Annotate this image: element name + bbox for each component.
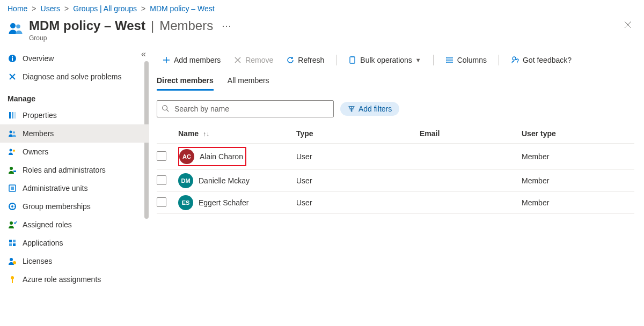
- add-filters-button[interactable]: Add filters: [340, 102, 399, 116]
- page-title-section: Members: [159, 18, 213, 33]
- breadcrumb-home[interactable]: Home: [8, 4, 27, 13]
- sidebar-item-label: Administrative units: [23, 184, 87, 192]
- svg-rect-6: [12, 112, 13, 118]
- member-name[interactable]: Alain Charon: [200, 152, 243, 161]
- svg-rect-5: [9, 112, 11, 118]
- svg-rect-15: [11, 187, 14, 190]
- search-box[interactable]: [157, 100, 334, 117]
- columns-button[interactable]: Columns: [440, 54, 492, 66]
- member-email: [420, 192, 522, 214]
- feedback-button[interactable]: Got feedback?: [506, 54, 577, 66]
- breadcrumb-current[interactable]: MDM policy – West: [150, 4, 214, 13]
- svg-rect-26: [12, 279, 13, 283]
- breadcrumb: Home > Users > Groups | All groups > MDM…: [0, 0, 644, 15]
- remove-button[interactable]: Remove: [228, 54, 279, 66]
- info-icon: [8, 54, 17, 63]
- group-icon: [8, 18, 24, 38]
- breadcrumb-users[interactable]: Users: [41, 4, 61, 13]
- sidebar-item-label: Roles and administrators: [23, 166, 106, 174]
- member-email: [420, 170, 522, 192]
- sidebar-item-overview[interactable]: Overview: [0, 49, 149, 68]
- member-type: User: [296, 170, 420, 192]
- svg-rect-7: [14, 112, 16, 118]
- sidebar-item-members[interactable]: Members: [0, 124, 149, 143]
- svg-point-11: [13, 150, 15, 152]
- tabs: Direct members All members: [157, 72, 634, 91]
- avatar: ES: [178, 195, 193, 210]
- roles-icon: [8, 165, 17, 175]
- sidebar-item-roles-admins[interactable]: Roles and administrators: [0, 161, 149, 179]
- table-row[interactable]: DMDanielle MckayUserMember: [157, 170, 634, 192]
- assigned-roles-icon: [8, 220, 17, 229]
- svg-rect-4: [12, 56, 13, 57]
- owners-icon: [8, 147, 17, 157]
- sidebar-item-assigned-roles[interactable]: Assigned roles: [0, 216, 149, 234]
- breadcrumb-sep: >: [32, 4, 36, 13]
- column-header-usertype[interactable]: User type: [522, 124, 634, 144]
- svg-rect-19: [9, 240, 12, 242]
- diagnose-icon: [8, 72, 17, 82]
- svg-point-18: [10, 221, 13, 225]
- sidebar-item-label: Owners: [23, 147, 48, 156]
- avatar: DM: [178, 173, 193, 188]
- table-row[interactable]: ACAlain CharonUserMember: [157, 144, 634, 170]
- add-filters-label: Add filters: [358, 105, 392, 113]
- bulk-operations-button[interactable]: Bulk operations ▼: [343, 54, 426, 66]
- group-memberships-icon: [8, 202, 17, 211]
- page-subtitle: Group: [29, 34, 231, 42]
- row-checkbox[interactable]: [157, 151, 166, 161]
- page-title-sep: |: [151, 18, 154, 33]
- svg-point-9: [13, 131, 15, 134]
- search-input[interactable]: [173, 104, 329, 114]
- svg-point-31: [513, 57, 516, 60]
- sidebar-item-label: Applications: [23, 239, 63, 247]
- azure-roles-icon: [8, 275, 17, 284]
- sidebar-item-group-memberships[interactable]: Group memberships: [0, 197, 149, 216]
- column-header-type[interactable]: Type: [296, 124, 420, 144]
- chevron-down-icon: ▼: [415, 57, 421, 63]
- tab-direct-members[interactable]: Direct members: [157, 73, 214, 91]
- member-name[interactable]: Eggert Schafer: [199, 198, 248, 207]
- member-type: User: [296, 144, 420, 170]
- svg-point-17: [11, 205, 13, 208]
- sidebar-item-diagnose[interactable]: Diagnose and solve problems: [0, 68, 149, 86]
- svg-point-33: [163, 105, 167, 110]
- main-content: Add members Remove Refresh Bulk operatio…: [149, 49, 644, 324]
- sidebar-item-label: Licenses: [23, 257, 52, 265]
- close-button[interactable]: [621, 18, 634, 34]
- sidebar: « Overview Diagnose and solve problems M…: [0, 49, 149, 324]
- member-name[interactable]: Danielle Mckay: [199, 176, 250, 185]
- table-row[interactable]: ESEggert SchaferUserMember: [157, 192, 634, 214]
- sidebar-item-owners[interactable]: Owners: [0, 143, 149, 161]
- row-checkbox[interactable]: [157, 175, 166, 185]
- feedback-label: Got feedback?: [523, 56, 572, 64]
- command-bar: Add members Remove Refresh Bulk operatio…: [157, 49, 634, 72]
- refresh-button[interactable]: Refresh: [281, 54, 330, 66]
- properties-icon: [8, 110, 17, 120]
- sidebar-item-azure-roles[interactable]: Azure role assignments: [0, 270, 149, 288]
- more-actions-button[interactable]: ⋯: [222, 20, 231, 32]
- sidebar-item-applications[interactable]: Applications: [0, 234, 149, 252]
- toolbar-separator: [433, 55, 434, 65]
- svg-point-28: [446, 57, 447, 58]
- sidebar-item-licenses[interactable]: Licenses: [0, 252, 149, 270]
- breadcrumb-groups[interactable]: Groups | All groups: [73, 4, 137, 13]
- remove-label: Remove: [245, 56, 273, 64]
- column-header-name[interactable]: Name ↑↓: [178, 124, 296, 144]
- sidebar-item-label: Assigned roles: [23, 220, 72, 229]
- sidebar-section-manage: Manage: [0, 86, 149, 106]
- svg-point-30: [446, 62, 447, 63]
- column-header-email[interactable]: Email: [420, 124, 522, 144]
- add-members-button[interactable]: Add members: [157, 54, 226, 66]
- tab-all-members[interactable]: All members: [228, 73, 269, 91]
- member-type: User: [296, 192, 420, 214]
- applications-icon: [8, 238, 17, 248]
- sidebar-item-admin-units[interactable]: Administrative units: [0, 179, 149, 197]
- sidebar-item-properties[interactable]: Properties: [0, 106, 149, 124]
- sidebar-item-label: Members: [23, 129, 54, 138]
- sidebar-item-label: Properties: [23, 111, 57, 120]
- columns-label: Columns: [457, 56, 487, 64]
- svg-rect-21: [9, 243, 12, 246]
- table-header-row: Name ↑↓ Type Email User type: [157, 124, 634, 144]
- row-checkbox[interactable]: [157, 197, 166, 207]
